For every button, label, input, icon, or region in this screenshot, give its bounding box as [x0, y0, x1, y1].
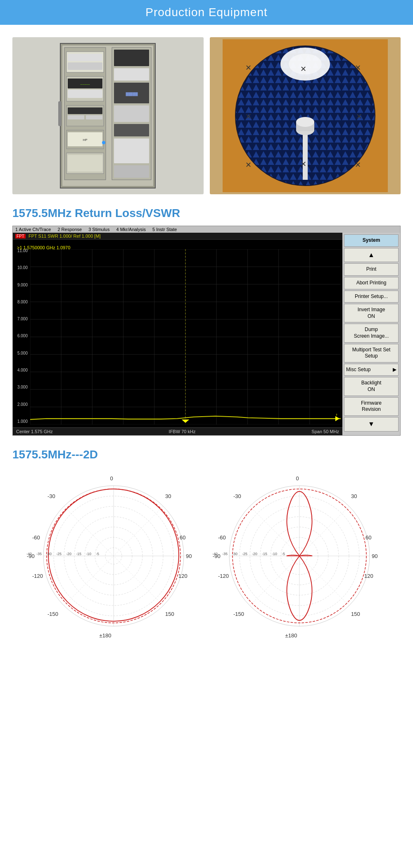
svg-text:-40: -40	[212, 552, 218, 556]
vna-sidebar: System ▲ Print Abort Printing Printer Se…	[342, 233, 400, 435]
menu-stimulus[interactable]: 3 Stimulus	[88, 227, 109, 232]
vna-chart-area: ↑	[30, 249, 341, 424]
svg-text:✕: ✕	[356, 112, 362, 121]
vna-menubar: 1 Active Ch/Trace 2 Response 3 Stimulus …	[13, 226, 400, 233]
svg-text:✕: ✕	[300, 65, 306, 73]
page-header: Production Equipment	[0, 0, 413, 25]
vna-y-axis: 11.00 10.00 9.000 8.000 7.000 6.000 5.00…	[13, 248, 29, 424]
svg-text:↑: ↑	[335, 412, 338, 417]
vna-main-area: FPT FPT S11 SWR 1.000/ Ref 1.000 [M] >1 …	[13, 233, 400, 435]
svg-text:-60: -60	[32, 534, 40, 541]
svg-text:-35: -35	[222, 552, 228, 556]
svg-text:±180: ±180	[100, 632, 112, 639]
menu-active-ch[interactable]: 1 Active Ch/Trace	[15, 227, 51, 232]
menu-mkr[interactable]: 4 Mkr/Analysis	[116, 227, 146, 232]
btn-abort-printing[interactable]: Abort Printing	[344, 277, 399, 289]
svg-text:-20: -20	[252, 552, 257, 556]
svg-text:30: 30	[351, 493, 357, 499]
svg-text:-25: -25	[242, 552, 247, 556]
btn-system[interactable]: System	[344, 234, 399, 247]
svg-text:-60: -60	[218, 534, 226, 541]
btn-misc-setup[interactable]: Misc Setup▶	[344, 364, 399, 376]
footer-center: Center 1.575 GHz	[16, 429, 53, 434]
svg-text:-30: -30	[233, 493, 241, 499]
svg-text:-35: -35	[36, 552, 42, 556]
btn-invert-image[interactable]: Invert ImageON	[344, 304, 399, 322]
svg-text:120: 120	[364, 573, 373, 579]
vna-screen: FPT FPT S11 SWR 1.000/ Ref 1.000 [M] >1 …	[13, 233, 342, 435]
svg-marker-74	[335, 416, 340, 421]
btn-print[interactable]: Print	[344, 263, 399, 276]
polar-chart-left: 0 30 60 90 120 150 ±180 -150 -120 -90 -6…	[25, 467, 202, 645]
btn-dump-screen[interactable]: DumpScreen Image...	[344, 324, 399, 342]
btn-printer-setup[interactable]: Printer Setup...	[344, 291, 399, 303]
polar-chart-right: 0 30 60 90 120 150 ±180 -150 -120 -90 -6…	[211, 467, 388, 645]
svg-text:-150: -150	[233, 611, 244, 617]
svg-rect-20	[114, 50, 149, 66]
svg-text:150: 150	[165, 611, 174, 617]
svg-rect-29	[58, 101, 62, 126]
svg-rect-25	[114, 124, 149, 136]
svg-rect-13	[86, 115, 102, 119]
svg-text:120: 120	[178, 573, 188, 579]
svg-text:0: 0	[296, 475, 299, 482]
svg-text:-40: -40	[26, 552, 32, 556]
svg-point-28	[102, 141, 105, 144]
svg-text:30: 30	[165, 493, 171, 499]
svg-rect-26	[114, 138, 149, 163]
svg-text:~~~~~: ~~~~~	[81, 83, 90, 86]
svg-rect-24	[114, 105, 149, 122]
svg-text:▓▓▓▓▓: ▓▓▓▓▓	[126, 92, 138, 96]
svg-text:-10: -10	[86, 552, 91, 556]
footer-ifbw: IFBW 70 kHz	[169, 429, 196, 434]
svg-text:-15: -15	[76, 552, 81, 556]
svg-text:60: 60	[366, 534, 371, 541]
svg-text:✕: ✕	[245, 112, 252, 121]
svg-text:-5: -5	[96, 552, 99, 556]
svg-marker-72	[182, 420, 189, 423]
svg-text:-25: -25	[56, 552, 62, 556]
menu-response[interactable]: 2 Response	[57, 227, 82, 232]
svg-rect-21	[114, 68, 149, 81]
svg-text:✕: ✕	[300, 160, 306, 168]
svg-rect-11	[68, 107, 102, 114]
btn-up[interactable]: ▲	[344, 248, 399, 262]
svg-text:✕: ✕	[355, 161, 361, 169]
btn-firmware[interactable]: FirmwareRevision	[344, 397, 399, 416]
svg-rect-38	[303, 130, 308, 180]
svg-text:-30: -30	[232, 552, 237, 556]
cabinet-image: ~~~~~ HP ▓▓▓▓▓	[12, 37, 204, 194]
antenna-image: ✕ ✕ ✕ ✕ ✕ ✕ ✕ ✕	[210, 37, 401, 194]
svg-text:✕: ✕	[355, 64, 361, 72]
svg-text:-30: -30	[47, 493, 55, 499]
svg-text:-5: -5	[282, 552, 285, 556]
svg-text:-150: -150	[47, 611, 58, 617]
vswr-section-title: 1575.5MHz Return Loss/VSWR	[12, 207, 401, 220]
svg-text:-15: -15	[262, 552, 267, 556]
menu-instr[interactable]: 5 Instr State	[152, 227, 177, 232]
svg-text:-20: -20	[66, 552, 71, 556]
svg-text:60: 60	[180, 534, 185, 541]
btn-backlight[interactable]: BacklightON	[344, 377, 399, 396]
footer-span: Span 50 MHz	[311, 429, 339, 434]
btn-multiport[interactable]: Multiport Test SetSetup	[344, 344, 399, 362]
svg-text:✕: ✕	[245, 64, 252, 72]
svg-text:90: 90	[186, 553, 192, 559]
svg-rect-4	[68, 54, 102, 61]
svg-rect-5	[68, 62, 102, 70]
svg-text:✕: ✕	[245, 161, 252, 169]
svg-rect-9	[68, 90, 102, 98]
polar-section-title: 1575.5MHz---2D	[12, 448, 401, 461]
vna-trace-header: FPT FPT S11 SWR 1.000/ Ref 1.000 [M]	[13, 233, 342, 240]
svg-point-41	[296, 117, 314, 127]
btn-down[interactable]: ▼	[344, 417, 399, 432]
svg-text:-30: -30	[46, 552, 52, 556]
svg-text:-10: -10	[272, 552, 277, 556]
equipment-section: ~~~~~ HP ▓▓▓▓▓	[0, 25, 413, 653]
svg-text:±180: ±180	[285, 632, 297, 639]
svg-text:-120: -120	[32, 573, 43, 579]
svg-text:HP: HP	[83, 138, 88, 142]
svg-text:90: 90	[372, 553, 377, 559]
fpt-label: FPT	[15, 234, 26, 238]
page-title: Production Equipment	[0, 6, 413, 19]
